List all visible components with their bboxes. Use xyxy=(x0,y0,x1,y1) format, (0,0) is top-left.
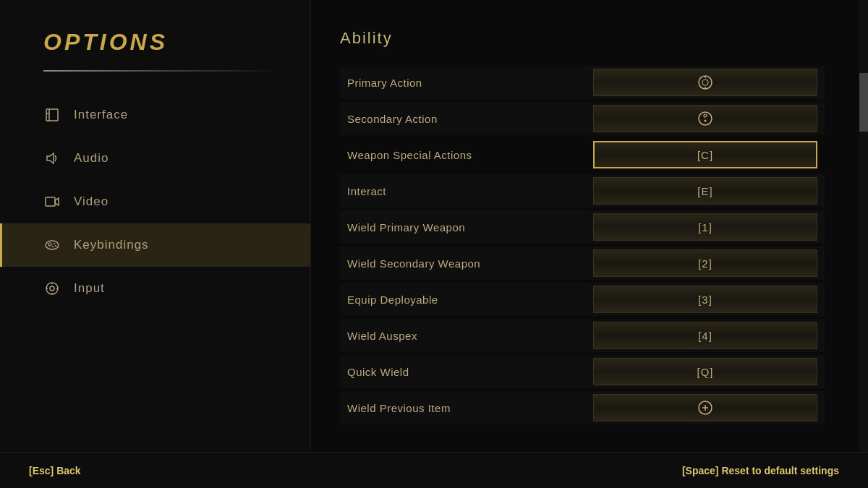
keybind-btn-primary-action[interactable] xyxy=(593,69,817,96)
svg-point-12 xyxy=(50,286,54,291)
svg-point-7 xyxy=(48,243,51,246)
back-key: [Esc] xyxy=(29,465,54,476)
back-hint[interactable]: [Esc] Back xyxy=(29,465,81,476)
keybind-label-wield-secondary: Wield Secondary Weapon xyxy=(347,257,593,270)
svg-point-10 xyxy=(52,246,54,247)
keybind-label-interact: Interact xyxy=(347,185,593,197)
keybind-btn-wield-auspex[interactable]: [4] xyxy=(593,322,817,349)
svg-point-18 xyxy=(702,80,708,85)
reset-key: [Space] xyxy=(682,465,719,476)
svg-point-22 xyxy=(704,114,707,117)
keybind-row-secondary-action[interactable]: Secondary Action xyxy=(340,102,825,135)
keybind-list: Primary Action Secondary Action xyxy=(340,66,825,424)
keybind-row-equip-deployable[interactable]: Equip Deployable [3] xyxy=(340,283,825,316)
keybind-row-quick-wield[interactable]: Quick Wield [Q] xyxy=(340,355,825,388)
svg-marker-3 xyxy=(47,153,54,163)
sidebar-item-input[interactable]: Input xyxy=(0,267,310,310)
equip-deployable-binding: [3] xyxy=(698,294,712,306)
keybindings-label: Keybindings xyxy=(74,238,149,252)
keybind-btn-wield-primary[interactable]: [1] xyxy=(593,213,817,241)
sidebar-item-keybindings[interactable]: Keybindings xyxy=(0,223,310,267)
video-label: Video xyxy=(74,194,109,209)
sidebar-item-interface[interactable]: Interface xyxy=(0,93,310,137)
keybind-row-weapon-special[interactable]: Weapon Special Actions [C] xyxy=(340,138,825,171)
wield-primary-binding: [1] xyxy=(698,221,712,234)
keybind-row-wield-primary[interactable]: Wield Primary Weapon [1] xyxy=(340,210,825,244)
back-label: Back xyxy=(56,465,80,476)
nav-menu: Interface Audio Video xyxy=(0,93,310,310)
keybind-label-wield-auspex: Wield Auspex xyxy=(347,330,593,342)
wield-secondary-binding: [2] xyxy=(698,257,712,270)
interface-icon xyxy=(43,106,61,124)
video-icon xyxy=(43,193,61,210)
input-label: Input xyxy=(74,281,105,296)
svg-point-8 xyxy=(54,243,55,244)
sidebar-item-audio[interactable]: Audio xyxy=(0,137,310,180)
audio-label: Audio xyxy=(74,151,109,166)
keybind-row-interact[interactable]: Interact [E] xyxy=(340,174,825,207)
interface-label: Interface xyxy=(74,108,128,122)
reset-label: Reset to default settings xyxy=(721,465,839,476)
keybind-label-wield-previous: Wield Previous Item xyxy=(347,402,593,414)
keybind-row-wield-auspex[interactable]: Wield Auspex [4] xyxy=(340,319,825,352)
keybind-label-secondary-action: Secondary Action xyxy=(347,113,593,125)
sidebar-item-video[interactable]: Video xyxy=(0,180,310,223)
keybind-label-weapon-special: Weapon Special Actions xyxy=(347,149,593,161)
weapon-special-binding: [C] xyxy=(697,149,713,161)
title-divider xyxy=(43,70,281,72)
scrollbar-thumb[interactable] xyxy=(859,73,868,132)
wield-auspex-binding: [4] xyxy=(698,330,712,342)
keybind-label-quick-wield: Quick Wield xyxy=(347,366,593,378)
keybind-btn-wield-previous[interactable] xyxy=(593,394,817,421)
scrollbar[interactable] xyxy=(859,0,868,488)
bottom-bar: [Esc] Back [Space] Reset to default sett… xyxy=(0,452,868,488)
keybind-row-wield-previous[interactable]: Wield Previous Item xyxy=(340,391,825,424)
keybind-label-equip-deployable: Equip Deployable xyxy=(347,294,593,306)
audio-icon xyxy=(43,150,61,167)
reset-hint[interactable]: [Space] Reset to default settings xyxy=(682,465,839,476)
keybind-label-wield-primary: Wield Primary Weapon xyxy=(347,221,593,234)
main-content: Ability Primary Action Secondary Action xyxy=(311,0,854,452)
sidebar: OPTIONS Interface Audio xyxy=(0,0,311,488)
section-title: Ability xyxy=(340,29,825,48)
keybind-row-wield-secondary[interactable]: Wield Secondary Weapon [2] xyxy=(340,247,825,280)
keybind-row-primary-action[interactable]: Primary Action xyxy=(340,66,825,99)
keybind-btn-equip-deployable[interactable]: [3] xyxy=(593,286,817,313)
keybind-btn-weapon-special[interactable]: [C] xyxy=(593,141,817,168)
svg-point-9 xyxy=(55,245,56,247)
quick-wield-binding: [Q] xyxy=(697,366,713,378)
keybind-label-primary-action: Primary Action xyxy=(347,77,593,89)
svg-point-6 xyxy=(46,241,59,249)
svg-rect-0 xyxy=(46,109,58,121)
keybind-btn-wield-secondary[interactable]: [2] xyxy=(593,249,817,277)
svg-point-23 xyxy=(705,120,707,122)
svg-point-11 xyxy=(46,283,58,294)
input-icon xyxy=(43,280,61,297)
keybind-btn-quick-wield[interactable]: [Q] xyxy=(593,358,817,385)
keybindings-icon xyxy=(43,236,61,254)
interact-binding: [E] xyxy=(697,185,712,197)
keybind-btn-interact[interactable]: [E] xyxy=(593,177,817,205)
svg-rect-4 xyxy=(46,197,55,206)
keybind-btn-secondary-action[interactable] xyxy=(593,105,817,132)
page-title: OPTIONS xyxy=(0,0,310,70)
